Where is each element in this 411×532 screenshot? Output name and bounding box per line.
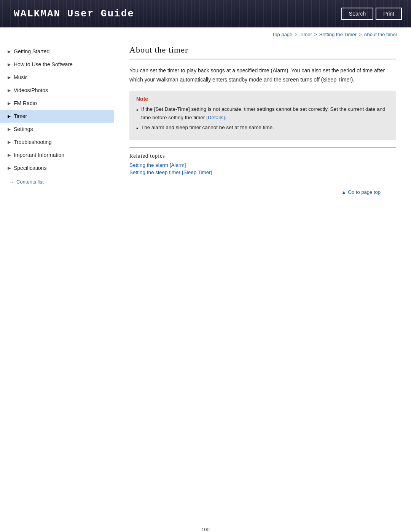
breadcrumb-top-page[interactable]: Top page xyxy=(272,32,293,37)
chevron-right-icon: ▶ xyxy=(8,88,11,93)
main-description: You can set the timer to play back songs… xyxy=(129,66,396,85)
breadcrumb: Top page > Timer > Setting the Timer > A… xyxy=(0,27,411,41)
page-title: About the timer xyxy=(129,45,396,59)
breadcrumb-timer[interactable]: Timer xyxy=(299,32,312,37)
chevron-right-icon: ▶ xyxy=(8,101,11,106)
note-item-1: • If the [Set Date-Time] setting is not … xyxy=(136,105,389,122)
main-layout: ▶Getting Started▶How to Use the Software… xyxy=(0,41,411,523)
bullet-icon: • xyxy=(136,106,138,115)
chevron-right-icon: ▶ xyxy=(8,49,11,54)
note-details-link[interactable]: [Details] xyxy=(206,115,225,120)
print-button[interactable]: Print xyxy=(376,8,402,20)
sidebar-item-important-info[interactable]: ▶Important Information xyxy=(0,149,114,161)
sidebar-item-label: How to Use the Software xyxy=(14,61,73,67)
sidebar-item-how-to-use[interactable]: ▶How to Use the Software xyxy=(0,58,114,71)
sidebar-item-label: Timer xyxy=(14,113,27,119)
breadcrumb-setting-timer[interactable]: Setting the Timer xyxy=(319,32,357,37)
related-topics-title: Related topics xyxy=(129,153,396,159)
note-box: Note • If the [Set Date-Time] setting is… xyxy=(129,91,396,140)
chevron-right-icon: ▶ xyxy=(8,62,11,67)
breadcrumb-about-timer[interactable]: About the timer xyxy=(364,32,397,37)
sidebar-item-label: Specifications xyxy=(14,165,46,171)
breadcrumb-sep3: > xyxy=(357,32,363,37)
sidebar-item-label: Settings xyxy=(14,126,33,132)
sidebar-item-label: FM Radio xyxy=(14,100,37,106)
note-item-1-text-before: If the [Set Date-Time] setting is not ac… xyxy=(141,106,386,120)
chevron-right-icon: ▶ xyxy=(8,153,11,158)
page-number: 100 xyxy=(0,523,411,532)
note-label: Note xyxy=(136,96,389,102)
sidebar: ▶Getting Started▶How to Use the Software… xyxy=(0,41,114,523)
sidebar-item-music[interactable]: ▶Music xyxy=(0,71,114,84)
sidebar-item-fm-radio[interactable]: ▶FM Radio xyxy=(0,97,114,110)
arrow-right-icon: → xyxy=(9,179,14,185)
site-header: WALKMAN User Guide Search Print xyxy=(0,0,411,27)
chevron-right-icon: ▶ xyxy=(8,140,11,145)
related-topic-link[interactable]: Setting the alarm [Alarm] xyxy=(129,162,396,168)
go-top-label: Go to page top xyxy=(348,189,381,195)
contents-list-link[interactable]: → Contents list xyxy=(0,174,114,188)
bullet-icon-2: • xyxy=(136,124,138,133)
note-item-1-text: If the [Set Date-Time] setting is not ac… xyxy=(141,105,389,122)
chevron-right-icon: ▶ xyxy=(8,127,11,132)
sidebar-item-videos-photos[interactable]: ▶Videos/Photos xyxy=(0,84,114,97)
note-item-1-text-after: . xyxy=(225,115,226,120)
sidebar-item-label: Important Information xyxy=(14,152,64,158)
note-item-2: • The alarm and sleep timer cannot be se… xyxy=(136,123,389,133)
triangle-up-icon: ▲ xyxy=(341,189,346,195)
related-topic-link[interactable]: Setting the sleep timer [Sleep Timer] xyxy=(129,169,396,175)
search-button[interactable]: Search xyxy=(341,8,373,20)
breadcrumb-sep1: > xyxy=(293,32,299,37)
site-title: WALKMAN User Guide xyxy=(0,8,134,19)
sidebar-item-settings[interactable]: ▶Settings xyxy=(0,123,114,136)
chevron-right-icon: ▶ xyxy=(8,114,11,119)
chevron-right-icon: ▶ xyxy=(8,166,11,171)
go-top-bar: ▲Go to page top xyxy=(129,183,396,198)
sidebar-item-troubleshooting[interactable]: ▶Troubleshooting xyxy=(0,136,114,149)
sidebar-item-specifications[interactable]: ▶Specifications xyxy=(0,161,114,174)
note-item-2-text: The alarm and sleep timer cannot be set … xyxy=(141,123,274,132)
sidebar-item-label: Troubleshooting xyxy=(14,139,52,145)
sidebar-item-label: Getting Started xyxy=(14,48,49,54)
main-content: About the timer You can set the timer to… xyxy=(114,41,411,523)
chevron-right-icon: ▶ xyxy=(8,75,11,80)
sidebar-item-label: Videos/Photos xyxy=(14,87,48,93)
sidebar-item-getting-started[interactable]: ▶Getting Started xyxy=(0,45,114,58)
go-top-link[interactable]: ▲Go to page top xyxy=(341,189,381,195)
sidebar-item-timer[interactable]: ▶Timer xyxy=(0,110,114,123)
related-topics-section: Related topics Setting the alarm [Alarm]… xyxy=(129,147,396,175)
sidebar-item-label: Music xyxy=(14,74,28,80)
breadcrumb-sep2: > xyxy=(313,32,319,37)
header-actions: Search Print xyxy=(341,8,402,20)
contents-list-label: Contents list xyxy=(16,179,44,185)
